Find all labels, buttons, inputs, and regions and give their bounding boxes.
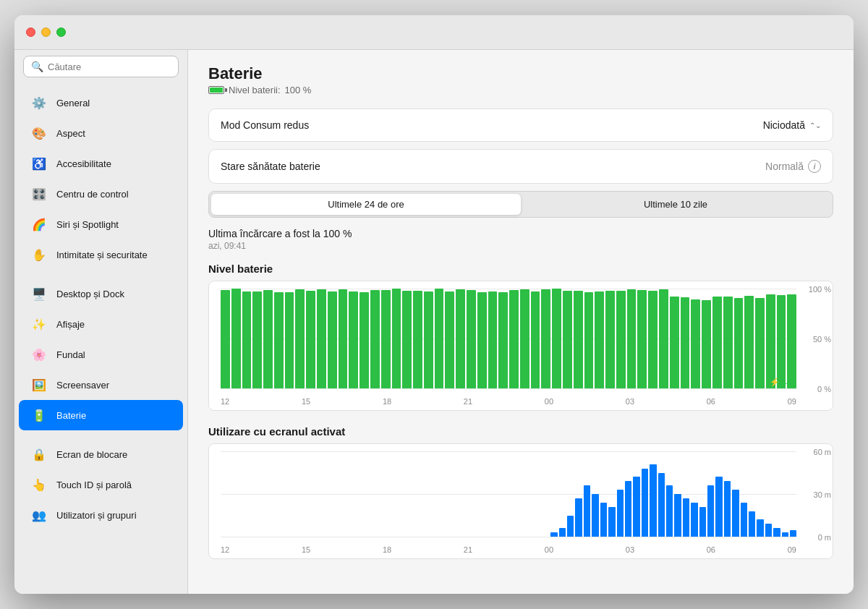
chart1-bar (541, 289, 550, 388)
chart2-bar (666, 485, 673, 537)
sidebar-item-centru-de-control[interactable]: 🎛️ Centru de control (19, 179, 183, 209)
chart2-bar (575, 498, 582, 537)
chart2-title: Utilizare cu ecranul activat (208, 425, 833, 438)
sidebar-item-baterie[interactable]: 🔋 Baterie (19, 400, 183, 430)
sidebar-item-intimitate[interactable]: ✋ Intimitate și securitate (19, 239, 183, 270)
sidebar-label-afisaje: Afișaje (56, 319, 85, 330)
chart1-bar (359, 292, 369, 388)
sidebar-label-siri: Siri și Spotlight (56, 219, 119, 230)
titlebar (14, 15, 854, 50)
chart2-bar (633, 477, 639, 537)
chart1-bar (574, 291, 583, 388)
chart1-bar (456, 289, 465, 388)
chart1-bar (402, 291, 412, 388)
chart1-title: Nivel baterie (208, 263, 833, 275)
chart2-bar (674, 494, 681, 537)
sidebar-label-touch-id: Touch ID și parolă (56, 480, 132, 490)
sidebar-label-aspect: Aspect (56, 128, 85, 139)
chart1-bar (477, 292, 487, 388)
search-input[interactable] (48, 61, 171, 72)
chart1-bar (605, 291, 615, 388)
sidebar-label-utilizatori: Utilizatori și grupuri (56, 510, 137, 521)
battery-level-prefix: Nivel baterii: (229, 85, 281, 95)
tab-10z[interactable]: Ultimele 10 zile (521, 194, 830, 215)
chart1-bar (370, 290, 380, 388)
sidebar-item-siri[interactable]: 🌈 Siri și Spotlight (19, 209, 183, 239)
sidebar-label-fundal: Fundal (56, 349, 85, 360)
sidebar-icon-siri: 🌈 (29, 214, 49, 234)
search-box[interactable]: 🔍 (23, 56, 179, 77)
tab-bar: Ultimele 24 de ore Ultimele 10 zile (208, 191, 833, 218)
chart1-bar (584, 292, 594, 388)
chart1-bar (637, 290, 647, 388)
chart2-bar (567, 516, 574, 537)
chart1-bar (627, 289, 637, 388)
stare-sanatate-value-area: Normală i (765, 160, 821, 173)
sidebar-icon-touch-id: 👆 (29, 474, 49, 495)
info-icon[interactable]: i (808, 160, 821, 173)
chart2-bar (559, 528, 566, 537)
chart2-bar (741, 503, 747, 537)
chart1-bar (274, 292, 284, 388)
chart2-bar (699, 507, 706, 537)
chart2-bar (592, 494, 598, 537)
minimize-button[interactable] (41, 27, 51, 37)
chart1-bar (659, 289, 668, 388)
sidebar-item-fundal[interactable]: 🌸 Fundal (19, 339, 183, 370)
sidebar-item-aspect[interactable]: 🎨 Aspect (19, 118, 183, 148)
chart1-bar (563, 291, 572, 388)
chart1-bar (381, 290, 391, 388)
sidebar-item-touch-id[interactable]: 👆 Touch ID și parolă (19, 469, 183, 500)
chart1-bar (734, 298, 744, 388)
chart1-bar (285, 292, 294, 388)
chart1-bar (681, 297, 690, 388)
main-content: Baterie Nivel baterii: 100 % Mod Consum … (188, 50, 854, 594)
chart2-bar (625, 481, 631, 537)
close-button[interactable] (26, 27, 35, 37)
battery-icon (208, 86, 224, 94)
chart2-bar (749, 511, 755, 537)
chart2-bar (724, 481, 731, 537)
page-header: Baterie Nivel baterii: 100 % (208, 64, 833, 95)
last-charge-time: azi, 09:41 (208, 241, 833, 251)
sidebar-item-accesibilitate[interactable]: ♿ Accesibilitate (19, 148, 183, 179)
chart1-bar (509, 290, 519, 388)
battery-level-value: 100 % (285, 85, 312, 95)
sidebar-icon-ecran-de-blocare: 🔒 (29, 444, 49, 464)
sidebar-item-desktop[interactable]: 🖥️ Desktop și Dock (19, 278, 183, 309)
sidebar-item-utilizatori[interactable]: 👥 Utilizatori și grupuri (19, 500, 183, 530)
sidebar-item-screensaver[interactable]: 🖼️ Screensaver (19, 370, 183, 400)
chart1-bar (755, 298, 765, 388)
chart1-bar (723, 297, 733, 388)
sidebar-label-general: General (56, 98, 90, 108)
sidebar-item-ecran-de-blocare[interactable]: 🔒 Ecran de blocare (19, 439, 183, 469)
stare-sanatate-label: Stare sănătate baterie (221, 161, 320, 172)
sidebar-icon-fundal: 🌸 (29, 344, 49, 365)
sidebar: 🔍 ⚙️ General 🎨 Aspect ♿ Accesibilitate 🎛… (14, 50, 188, 594)
chart1-bar (339, 289, 348, 388)
sidebar-item-general[interactable]: ⚙️ General (19, 88, 183, 118)
maximize-button[interactable] (56, 27, 66, 37)
sidebar-label-accesibilitate: Accesibilitate (56, 158, 111, 169)
battery-level-text: Nivel baterii: 100 % (208, 85, 833, 95)
mod-consum-value-area[interactable]: Niciodată ⌃⌄ (763, 119, 821, 131)
last-charge: Ultima încărcare a fost la 100 % azi, 09… (208, 228, 833, 251)
chart1-bar (616, 291, 626, 388)
chart2-bar (642, 469, 648, 537)
chart1-bar (445, 291, 454, 388)
chart1-bar (413, 291, 422, 388)
sidebar-item-afisaje[interactable]: ✨ Afișaje (19, 309, 183, 339)
chart1-bar (552, 289, 561, 388)
chart2-bar (600, 503, 607, 537)
tab-24h[interactable]: Ultimele 24 de ore (211, 194, 521, 215)
chart1-bar (595, 291, 604, 388)
chart1-bar (531, 291, 540, 388)
chart1-bar (242, 291, 252, 388)
charging-indicator: ⚡— (770, 378, 789, 387)
sidebar-icon-general: ⚙️ (29, 93, 49, 113)
chart2-bar (773, 528, 780, 537)
chart2-bar (782, 532, 788, 537)
dropdown-arrows-icon: ⌃⌄ (809, 122, 821, 129)
chart1-bar (670, 297, 679, 388)
sidebar-icon-baterie: 🔋 (29, 405, 49, 425)
